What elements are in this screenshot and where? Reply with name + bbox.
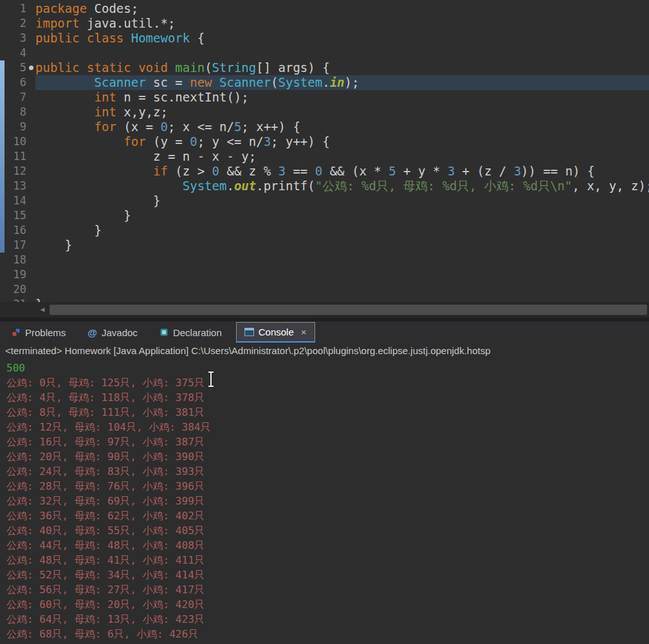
line-number[interactable]: 3	[0, 31, 35, 46]
console-output-line[interactable]: 公鸡: 36只, 母鸡: 62只, 小鸡: 402只	[6, 508, 649, 523]
code-line-text[interactable]: }	[35, 223, 649, 238]
code-line[interactable]: 7 int n = sc.nextInt();	[0, 90, 649, 105]
code-line-text[interactable]: z = n - x - y;	[35, 149, 649, 164]
console-output-line[interactable]: 公鸡: 32只, 母鸡: 69只, 小鸡: 399只	[6, 494, 649, 508]
line-number[interactable]: 6	[0, 75, 35, 90]
console-output-line[interactable]: 公鸡: 28只, 母鸡: 76只, 小鸡: 396只	[6, 479, 649, 494]
code-line-text[interactable]: int x,y,z;	[35, 105, 649, 120]
code-line[interactable]: 19	[0, 267, 649, 282]
console-output-line[interactable]: 公鸡: 16只, 母鸡: 97只, 小鸡: 387只	[6, 434, 649, 449]
console-input-line[interactable]: 500	[6, 361, 649, 375]
code-line-text[interactable]: for (y = 0; y <= n/3; y++) {	[35, 134, 649, 149]
line-number[interactable]: 21	[0, 297, 35, 302]
editor-lines: 1package Codes;2import java.util.*;3publ…	[0, 0, 649, 302]
code-line[interactable]: 8 int x,y,z;	[0, 105, 649, 120]
line-number[interactable]: 15	[0, 208, 35, 223]
code-line-text[interactable]	[35, 267, 649, 282]
code-line[interactable]: 6 Scanner sc = new Scanner(System.in);	[0, 75, 649, 90]
console-output-line[interactable]: 公鸡: 0只, 母鸡: 125只, 小鸡: 375只	[6, 375, 649, 390]
line-number[interactable]: 14	[0, 193, 35, 208]
code-line[interactable]: 9 for (x = 0; x <= n/5; x++) {	[0, 120, 649, 134]
code-line[interactable]: 13 System.out.printf("公鸡: %d只, 母鸡: %d只, …	[0, 179, 649, 193]
text-cursor-icon	[206, 371, 215, 388]
code-line-text[interactable]: if (z > 0 && z % 3 == 0 && (x * 5 + y * …	[35, 164, 649, 179]
line-number[interactable]: 17	[0, 238, 35, 253]
tab-declaration[interactable]: Declaration	[152, 321, 230, 343]
line-number[interactable]: 4	[0, 46, 35, 60]
console-output-line[interactable]: 公鸡: 24只, 母鸡: 83只, 小鸡: 393只	[6, 464, 649, 479]
code-line[interactable]: 3public class Homework {	[0, 31, 649, 46]
line-number[interactable]: 16	[0, 223, 35, 238]
code-line-text[interactable]: for (x = 0; x <= n/5; x++) {	[35, 120, 649, 134]
console-output-line[interactable]: 公鸡: 64只, 母鸡: 13只, 小鸡: 423只	[6, 612, 649, 627]
line-number[interactable]: 8	[0, 105, 35, 120]
code-line-text[interactable]	[35, 282, 649, 297]
tab-problems[interactable]: Problems	[4, 321, 73, 343]
tab-label: Problems	[25, 327, 66, 338]
line-number[interactable]: 9	[0, 120, 35, 134]
console-output-line[interactable]: 公鸡: 4只, 母鸡: 118只, 小鸡: 378只	[6, 390, 649, 405]
code-line-text[interactable]: public static void main(String[] args) {	[35, 60, 649, 75]
line-number[interactable]: 10	[0, 134, 35, 149]
code-line-text[interactable]: }	[35, 297, 649, 302]
code-line[interactable]: 18	[0, 253, 649, 267]
console-output-line[interactable]: 公鸡: 68只, 母鸡: 6只, 小鸡: 426只	[6, 627, 649, 641]
code-line[interactable]: 11 z = n - x - y;	[0, 149, 649, 164]
code-line[interactable]: 15 }	[0, 208, 649, 223]
console-output-line[interactable]: 公鸡: 44只, 母鸡: 48只, 小鸡: 408只	[6, 538, 649, 553]
method-entry-marker	[29, 66, 33, 70]
code-line-text[interactable]	[35, 46, 649, 60]
editor-horizontal-scrollbar[interactable]: ◀	[0, 302, 649, 318]
code-line[interactable]: 20	[0, 282, 649, 297]
line-number[interactable]: 11	[0, 149, 35, 164]
code-line[interactable]: 17 }	[0, 238, 649, 253]
code-line-text[interactable]: System.out.printf("公鸡: %d只, 母鸡: %d只, 小鸡:…	[35, 179, 649, 193]
code-line[interactable]: 12 if (z > 0 && z % 3 == 0 && (x * 5 + y…	[0, 164, 649, 179]
code-line-text[interactable]: Scanner sc = new Scanner(System.in);	[35, 75, 649, 90]
console-output-line[interactable]: 公鸡: 56只, 母鸡: 27只, 小鸡: 417只	[6, 582, 649, 597]
scroll-left-arrow-icon[interactable]: ◀	[35, 302, 50, 318]
code-line[interactable]: 10 for (y = 0; y <= n/3; y++) {	[0, 134, 649, 149]
line-number[interactable]: 13	[0, 179, 35, 193]
line-number[interactable]: 1	[0, 1, 35, 16]
code-line-text[interactable]: public class Homework {	[35, 31, 649, 46]
tab-javadoc[interactable]: @ Javadoc	[80, 321, 145, 343]
line-number[interactable]: 19	[0, 267, 35, 282]
code-line[interactable]: 16 }	[0, 223, 649, 238]
line-number[interactable]: 20	[0, 282, 35, 297]
code-editor[interactable]: 1package Codes;2import java.util.*;3publ…	[0, 0, 649, 302]
javadoc-icon: @	[87, 327, 97, 338]
console-output-line[interactable]: 公鸡: 20只, 母鸡: 90只, 小鸡: 390只	[6, 449, 649, 464]
console-output-line[interactable]: 公鸡: 12只, 母鸡: 104只, 小鸡: 384只	[6, 420, 649, 434]
code-line[interactable]: 4	[0, 46, 649, 60]
console-output-line[interactable]: 公鸡: 48只, 母鸡: 41只, 小鸡: 411只	[6, 553, 649, 568]
code-line-text[interactable]: package Codes;	[35, 1, 649, 16]
code-line-text[interactable]: int n = sc.nextInt();	[35, 90, 649, 105]
code-line[interactable]: 14 }	[0, 193, 649, 208]
code-line-text[interactable]	[35, 253, 649, 267]
line-number[interactable]: 7	[0, 90, 35, 105]
code-line[interactable]: 1package Codes;	[0, 1, 649, 16]
code-line-text[interactable]: import java.util.*;	[35, 16, 649, 31]
code-line[interactable]: 21}	[0, 297, 649, 302]
line-number[interactable]: 2	[0, 16, 35, 31]
tab-label: Declaration	[173, 327, 222, 338]
console-output[interactable]: 500公鸡: 0只, 母鸡: 125只, 小鸡: 375只公鸡: 4只, 母鸡:…	[0, 359, 649, 641]
line-number[interactable]: 18	[0, 253, 35, 267]
line-number[interactable]: 12	[0, 164, 35, 179]
scrollbar-thumb[interactable]	[50, 305, 647, 315]
tab-console[interactable]: Console ×	[236, 322, 315, 343]
code-line[interactable]: 2import java.util.*;	[0, 16, 649, 31]
method-range-indicator	[0, 60, 5, 253]
view-tabbar: Problems @ Javadoc Declaration Console ×	[0, 321, 649, 343]
console-output-line[interactable]: 公鸡: 8只, 母鸡: 111只, 小鸡: 381只	[6, 405, 649, 420]
code-line-text[interactable]: }	[35, 238, 649, 253]
code-line-text[interactable]: }	[35, 208, 649, 223]
console-output-line[interactable]: 公鸡: 60只, 母鸡: 20只, 小鸡: 420只	[6, 597, 649, 612]
console-output-line[interactable]: 公鸡: 40只, 母鸡: 55只, 小鸡: 405只	[6, 523, 649, 538]
code-line[interactable]: 5public static void main(String[] args) …	[0, 60, 649, 75]
console-output-line[interactable]: 公鸡: 52只, 母鸡: 34只, 小鸡: 414只	[6, 568, 649, 582]
close-icon[interactable]: ×	[301, 326, 307, 337]
line-number[interactable]: 5	[0, 60, 35, 75]
code-line-text[interactable]: }	[35, 193, 649, 208]
